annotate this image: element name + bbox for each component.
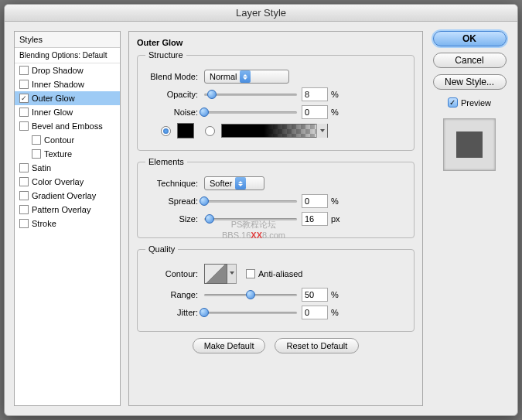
make-default-button[interactable]: Make Default <box>193 338 266 353</box>
style-item-satin[interactable]: Satin <box>15 161 120 175</box>
style-checkbox[interactable] <box>19 163 29 172</box>
style-checkbox[interactable] <box>32 149 41 159</box>
size-unit: px <box>331 214 340 224</box>
chevron-updown-icon <box>240 70 251 83</box>
jitter-slider[interactable] <box>204 307 297 318</box>
blend-mode-dropdown[interactable]: Normal <box>204 70 289 84</box>
range-slider[interactable] <box>204 289 297 300</box>
style-item-contour[interactable]: Contour <box>15 133 120 147</box>
gradient-radio[interactable] <box>205 126 215 136</box>
reset-default-button[interactable]: Reset to Default <box>275 338 359 353</box>
blend-mode-value: Normal <box>210 72 237 81</box>
style-item-stroke[interactable]: Stroke <box>15 217 120 230</box>
quality-legend: Quality <box>145 244 178 254</box>
blending-options[interactable]: Blending Options: Default <box>15 48 120 63</box>
preview-label: Preview <box>461 98 491 108</box>
spread-label: Spread: <box>145 196 198 206</box>
style-item-color-overlay[interactable]: Color Overlay <box>15 175 120 189</box>
size-label: Size: <box>145 214 198 224</box>
style-checkbox[interactable] <box>32 135 41 145</box>
ok-button[interactable]: OK <box>433 31 507 46</box>
range-input[interactable] <box>302 288 328 302</box>
structure-group: Structure Blend Mode: Normal Opacity: % … <box>137 50 415 151</box>
antialiased-label: Anti-aliased <box>258 269 302 278</box>
style-item-outer-glow[interactable]: Outer Glow <box>15 91 120 105</box>
color-radio[interactable] <box>161 126 171 136</box>
elements-group: Elements Technique: Softer Spread: % Siz… <box>137 157 415 238</box>
technique-value: Softer <box>210 179 232 188</box>
noise-label: Noise: <box>145 108 198 117</box>
range-unit: % <box>331 290 339 299</box>
structure-legend: Structure <box>145 50 186 60</box>
style-item-bevel-and-emboss[interactable]: Bevel and Emboss <box>15 119 120 133</box>
cancel-button[interactable]: Cancel <box>433 53 507 68</box>
noise-unit: % <box>331 108 339 117</box>
technique-dropdown[interactable]: Softer <box>204 176 264 190</box>
opacity-slider[interactable] <box>204 89 297 100</box>
style-checkbox[interactable] <box>19 219 29 228</box>
style-checkbox[interactable] <box>19 108 29 117</box>
color-swatch[interactable] <box>177 123 194 138</box>
gradient-picker[interactable] <box>221 124 328 138</box>
opacity-unit: % <box>331 90 339 99</box>
layer-style-dialog: Layer Style Styles Blending Options: Def… <box>4 4 518 416</box>
quality-group: Quality Contour: Anti-aliased Range: % J… <box>137 244 415 332</box>
style-checkbox[interactable] <box>19 205 29 214</box>
style-item-pattern-overlay[interactable]: Pattern Overlay <box>15 203 120 217</box>
style-label: Stroke <box>32 219 56 228</box>
contour-picker[interactable] <box>204 264 227 284</box>
style-item-gradient-overlay[interactable]: Gradient Overlay <box>15 189 120 203</box>
style-label: Contour <box>44 135 74 145</box>
style-checkbox[interactable] <box>19 80 29 89</box>
jitter-unit: % <box>331 308 339 317</box>
spread-unit: % <box>331 196 339 206</box>
settings-panel: Outer Glow Structure Blend Mode: Normal … <box>128 31 423 406</box>
style-label: Gradient Overlay <box>32 191 96 200</box>
style-item-texture[interactable]: Texture <box>15 147 120 161</box>
style-label: Color Overlay <box>32 177 84 186</box>
style-item-inner-shadow[interactable]: Inner Shadow <box>15 77 120 91</box>
style-checkbox[interactable] <box>19 66 29 75</box>
style-label: Outer Glow <box>32 94 75 103</box>
opacity-label: Opacity: <box>145 90 198 99</box>
chevron-down-icon[interactable] <box>316 124 327 138</box>
style-checkbox[interactable] <box>19 121 29 131</box>
styles-list: Styles Blending Options: Default Drop Sh… <box>14 31 121 406</box>
preview-thumbnail <box>443 118 496 171</box>
window-title: Layer Style <box>5 5 517 22</box>
jitter-input[interactable] <box>302 306 328 319</box>
antialiased-checkbox[interactable] <box>246 269 255 278</box>
opacity-input[interactable] <box>302 87 328 101</box>
noise-input[interactable] <box>302 105 328 119</box>
spread-input[interactable] <box>302 194 328 208</box>
style-label: Bevel and Emboss <box>32 121 103 131</box>
style-item-drop-shadow[interactable]: Drop Shadow <box>15 63 120 77</box>
style-item-inner-glow[interactable]: Inner Glow <box>15 105 120 119</box>
range-label: Range: <box>145 290 198 299</box>
technique-label: Technique: <box>145 179 198 188</box>
styles-header[interactable]: Styles <box>15 32 120 48</box>
preview-checkbox[interactable] <box>448 97 458 108</box>
size-input[interactable] <box>302 212 328 226</box>
style-label: Inner Shadow <box>32 80 84 89</box>
spread-slider[interactable] <box>204 196 297 207</box>
blend-mode-label: Blend Mode: <box>145 72 198 81</box>
style-checkbox[interactable] <box>19 177 29 186</box>
chevron-down-icon[interactable] <box>227 264 237 284</box>
style-label: Pattern Overlay <box>32 205 90 214</box>
noise-slider[interactable] <box>204 107 297 118</box>
style-label: Inner Glow <box>32 108 73 117</box>
style-checkbox[interactable] <box>19 94 29 103</box>
size-slider[interactable] <box>204 213 297 224</box>
action-buttons: OK Cancel New Style... Preview <box>431 31 508 406</box>
style-label: Satin <box>32 163 51 172</box>
contour-label: Contour: <box>145 269 198 278</box>
elements-legend: Elements <box>145 157 187 166</box>
panel-title: Outer Glow <box>137 38 415 47</box>
chevron-updown-icon <box>235 177 246 190</box>
new-style-button[interactable]: New Style... <box>433 74 507 90</box>
jitter-label: Jitter: <box>145 308 198 317</box>
style-label: Drop Shadow <box>32 66 84 75</box>
style-label: Texture <box>44 149 72 159</box>
style-checkbox[interactable] <box>19 191 29 200</box>
